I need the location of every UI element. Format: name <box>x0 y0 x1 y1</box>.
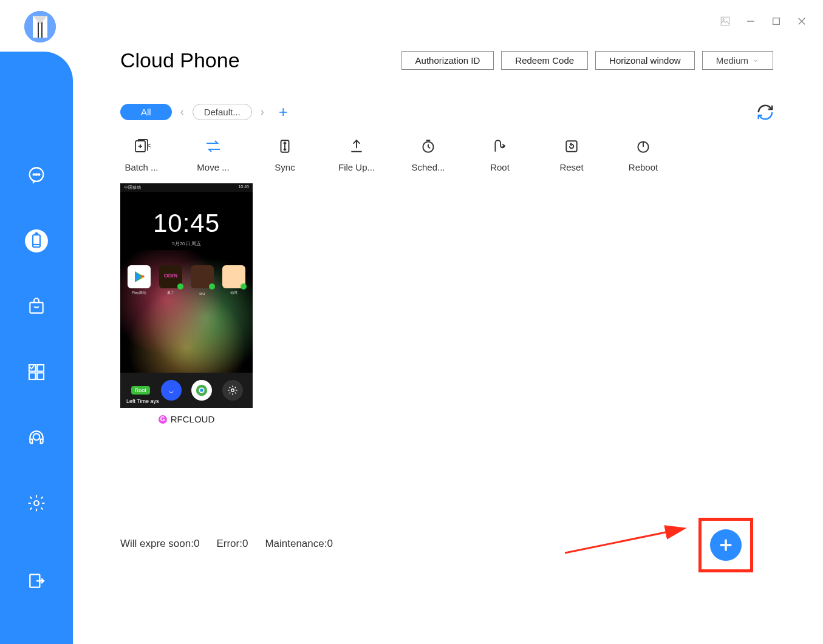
chevron-right-icon[interactable]: › <box>258 106 267 118</box>
reboot-button[interactable]: Reboot <box>622 137 664 172</box>
svg-text:<: < <box>147 141 151 150</box>
sync-icon <box>275 137 295 156</box>
svg-point-41 <box>200 388 204 392</box>
device-card[interactable]: 中国移动 10:45 10:45 5月20日 周五 Play商店 ODIN奥丁 … <box>120 183 253 424</box>
action-toolbar: < Batch ... Move ... Sync File Up... Sch… <box>120 137 823 172</box>
app-icon: 仙境 <box>222 265 245 288</box>
svg-point-42 <box>231 389 234 392</box>
filter-default-pill[interactable]: Default... <box>193 104 252 120</box>
svg-point-11 <box>33 174 35 175</box>
footer-stats: Will expre soon:0 Error:0 Maintenance:0 <box>120 538 333 550</box>
stat-expire: Will expre soon:0 <box>120 538 199 550</box>
device-name: RFCLOUD <box>171 414 215 424</box>
batch-label: Batch ... <box>125 162 158 172</box>
app-icon: ODIN奥丁 <box>159 265 182 288</box>
sidebar-item-tasks[interactable] <box>22 358 51 387</box>
dock-app: ◡ <box>161 380 182 401</box>
upload-icon <box>347 137 366 156</box>
reboot-label: Reboot <box>629 162 658 172</box>
filter-all-pill[interactable]: All <box>120 104 172 120</box>
stat-maintenance: Maintenance:0 <box>265 538 333 550</box>
schedule-label: Sched... <box>411 162 445 172</box>
refresh-button[interactable] <box>756 103 774 121</box>
annotation-arrow <box>562 523 695 559</box>
app-icon: MU <box>191 265 214 288</box>
device-label: G RFCLOUD <box>120 414 253 424</box>
sidebar-item-chat[interactable] <box>22 161 51 190</box>
header-row: Cloud Phone Authorization ID Redeem Code… <box>120 49 823 72</box>
batch-icon: < <box>132 137 151 156</box>
svg-point-22 <box>33 433 40 440</box>
move-label: Move ... <box>197 162 229 172</box>
sidebar-item-settings[interactable] <box>22 489 51 518</box>
dock-chrome <box>191 380 212 401</box>
size-select-label: Medium <box>716 55 748 66</box>
reset-button[interactable]: Reset <box>550 137 593 172</box>
reset-icon <box>562 137 581 156</box>
sidebar <box>0 52 73 644</box>
svg-rect-32 <box>566 141 576 151</box>
avatar[interactable] <box>24 11 56 42</box>
device-date: 5月20日 周五 <box>120 240 253 247</box>
root-icon <box>490 137 510 156</box>
move-icon <box>203 137 223 156</box>
stat-error: Error:0 <box>216 538 248 550</box>
annotation-highlight <box>698 518 753 572</box>
svg-point-12 <box>36 174 37 175</box>
horizontal-window-button[interactable]: Horizonal window <box>595 51 695 70</box>
reset-label: Reset <box>559 162 583 172</box>
sync-button[interactable]: Sync <box>264 137 306 172</box>
file-upload-button[interactable]: File Up... <box>335 137 378 172</box>
batch-button[interactable]: < Batch ... <box>120 137 163 172</box>
dock-root: Root <box>130 380 151 401</box>
device-statusbar: 中国移动 10:45 <box>120 183 253 192</box>
schedule-button[interactable]: Sched... <box>407 137 449 172</box>
sidebar-item-support[interactable] <box>22 423 51 452</box>
sync-label: Sync <box>275 162 295 172</box>
device-badge-icon: G <box>159 415 167 424</box>
svg-rect-19 <box>37 365 44 371</box>
sidebar-item-logout[interactable] <box>22 566 51 595</box>
sidebar-item-store[interactable] <box>22 292 51 321</box>
file-upload-label: File Up... <box>338 162 375 172</box>
sidebar-item-cloudphone[interactable] <box>22 226 51 256</box>
page-title: Cloud Phone <box>120 49 240 72</box>
svg-point-23 <box>34 501 39 506</box>
power-icon <box>633 137 653 156</box>
device-screen: 中国移动 10:45 10:45 5月20日 周五 Play商店 ODIN奥丁 … <box>120 183 253 408</box>
svg-marker-36 <box>135 271 141 282</box>
svg-point-13 <box>38 174 39 175</box>
svg-line-44 <box>565 529 683 553</box>
app-icon: Play商店 <box>128 265 151 288</box>
svg-rect-21 <box>37 373 44 379</box>
chevron-left-icon[interactable]: ‹ <box>178 106 186 118</box>
clock-icon <box>418 137 438 156</box>
svg-rect-20 <box>29 373 36 379</box>
device-left-time: Left Time ays <box>126 398 159 404</box>
device-clock: 10:45 <box>120 209 253 238</box>
move-button[interactable]: Move ... <box>192 137 234 172</box>
root-button[interactable]: Root <box>479 137 521 172</box>
dock-settings <box>222 380 243 401</box>
add-group-button[interactable]: + <box>279 103 288 121</box>
size-select[interactable]: Medium <box>702 51 773 70</box>
authorization-id-button[interactable]: Authorization ID <box>401 51 494 70</box>
redeem-code-button[interactable]: Redeem Code <box>501 51 588 70</box>
device-apps-row: Play商店 ODIN奥丁 MU 仙境 <box>128 265 245 288</box>
root-label: Root <box>490 162 510 172</box>
add-device-button[interactable] <box>710 529 742 561</box>
chevron-down-icon <box>752 57 759 64</box>
filter-row: All ‹ Default... › + <box>120 103 823 121</box>
